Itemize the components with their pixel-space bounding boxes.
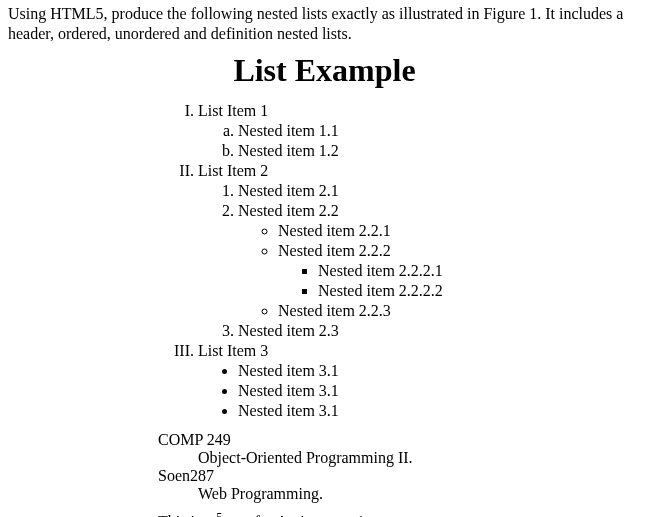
list-item: Nested item 2.2.2.1 [318,261,641,281]
item-label: Nested item 2.2.2 [278,242,391,259]
item-label: List Item 2 [198,162,268,179]
page-title: List Example [8,52,641,89]
figure-content: List Item 1 Nested item 1.1 Nested item … [158,101,641,517]
list-item: Nested item 2.2.2.2 [318,281,641,301]
list-item: Nested item 3.1 [238,381,641,401]
definition-desc: Web Programming. [198,485,641,503]
item-label: List Item 1 [198,102,268,119]
text-post: for Assignment 1. [250,513,368,517]
intro-text: Using HTML5, produce the following neste… [8,4,641,44]
list-item: List Item 2 Nested item 2.1 Nested item … [198,161,641,341]
list-item: Nested item 3.1 [238,361,641,381]
nested-decimal-list: Nested item 2.1 Nested item 2.2 Nested i… [198,181,641,341]
list-item: List Item 3 Nested item 3.1 Nested item … [198,341,641,421]
sup-sub-line: This is a 5test9 for Assignment 1. [158,513,641,517]
list-item: Nested item 2.2 Nested item 2.2.1 Nested… [238,201,641,321]
list-item: Nested item 1.2 [238,141,641,161]
nested-alpha-list: Nested item 1.1 Nested item 1.2 [198,121,641,161]
text-mid: test [222,513,244,517]
list-item: Nested item 2.3 [238,321,641,341]
list-item: Nested item 2.2.1 [278,221,641,241]
definition-term: COMP 249 [158,431,641,449]
nested-square-list: Nested item 2.2.2.1 Nested item 2.2.2.2 [278,261,641,301]
item-label: List Item 3 [198,342,268,359]
nested-circle-list: Nested item 2.2.1 Nested item 2.2.2 Nest… [238,221,641,321]
list-item: Nested item 2.1 [238,181,641,201]
nested-disc-list: Nested item 3.1 Nested item 3.1 Nested i… [198,361,641,421]
definition-desc: Object-Oriented Programming II. [198,449,641,467]
list-item: Nested item 1.1 [238,121,641,141]
list-item: Nested item 2.2.2 Nested item 2.2.2.1 Ne… [278,241,641,301]
definition-list: COMP 249 Object-Oriented Programming II.… [158,431,641,503]
text-pre: This is a [158,513,216,517]
outer-ordered-list: List Item 1 Nested item 1.1 Nested item … [158,101,641,421]
list-item: Nested item 2.2.3 [278,301,641,321]
item-label: Nested item 2.2 [238,202,339,219]
definition-term: Soen287 [158,467,641,485]
list-item: Nested item 3.1 [238,401,641,421]
list-item: List Item 1 Nested item 1.1 Nested item … [198,101,641,161]
